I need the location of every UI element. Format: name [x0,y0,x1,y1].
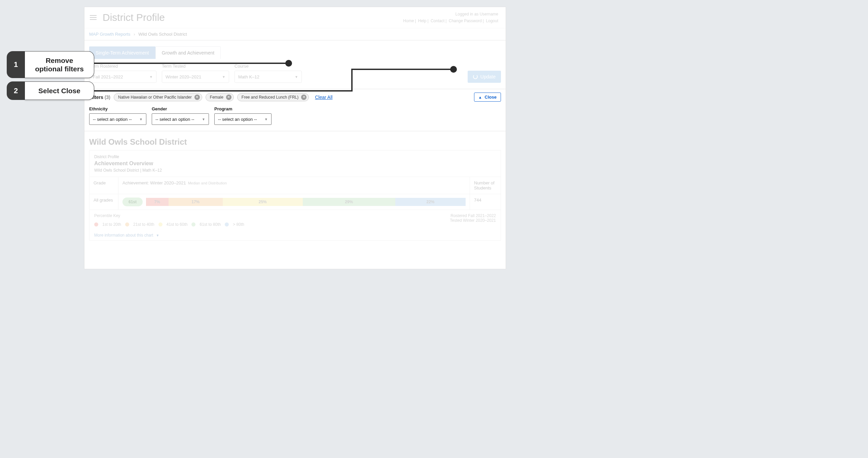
update-button[interactable]: Update [468,71,501,83]
callout-number: 2 [7,82,25,100]
ethnicity-placeholder: -- select an option -- [93,117,132,122]
content-area: Wild Owls School District District Profi… [85,131,506,241]
logout-link[interactable]: Logout [486,19,498,23]
chevron-down-icon: ▼ [295,75,298,79]
row-grade: All grades [90,194,118,210]
term-rostered-select[interactable]: Fall 2021–2022 ▼ [89,71,156,83]
key-label-2: 21st to 40th [133,222,154,227]
filters-count: (3) [105,95,110,100]
course-label: Course [235,64,302,69]
key-dot-1 [94,222,98,226]
col-median-label: Median and Distribution [188,181,227,185]
district-title: Wild Owls School District [85,131,506,150]
chevron-down-icon: ▼ [139,117,143,121]
program-select[interactable]: -- select an option -- ▼ [214,114,272,125]
chevron-right-icon: › [133,32,135,37]
chevron-down-icon: ▼ [265,117,268,121]
close-icon[interactable]: ✕ [301,95,307,100]
term-tested-select[interactable]: Winter 2020–2021 ▼ [162,71,229,83]
close-icon[interactable]: ✕ [194,95,200,100]
col-grade: Grade [90,177,118,194]
filter-chip-program[interactable]: Free and Reduced Lunch (FRL) ✕ [237,93,309,101]
close-button-label: Close [485,95,497,100]
course-select[interactable]: Math K–12 ▼ [235,71,302,83]
dist-seg-4: 29% [303,198,395,206]
contact-link[interactable]: Contact [431,19,444,23]
col-achievement: Achievement: Winter 2020–2021 [122,180,186,185]
filter-chip-gender[interactable]: Female ✕ [206,93,234,101]
breadcrumb-root[interactable]: MAP Growth Reports [89,32,130,37]
filters-panel: Filters (3) Native Hawaiian or Other Pac… [85,89,506,131]
key-label-4: 61st to 80th [199,222,221,227]
tab-single-term[interactable]: Single-Term Achievement [89,47,155,59]
change-password-link[interactable]: Change Password [449,19,482,23]
chevron-up-icon: ▲ [478,95,482,99]
login-as-label: Logged in as Username [403,12,498,17]
key-dot-5 [225,222,229,226]
key-label-1: 1st to 20th [102,222,121,227]
chevron-down-icon: ▼ [149,75,153,79]
percentile-pill: 61st [122,197,143,206]
callout-text: Remove optional filters [25,51,94,78]
update-button-label: Update [480,74,496,80]
callout-number: 1 [7,51,25,78]
callout-text: Select Close [25,82,94,100]
chevron-down-icon: ▼ [202,117,205,121]
term-tested-value: Winter 2020–2021 [165,74,201,80]
distribution-bar: 7% 17% 25% 29% 22% [146,198,466,206]
row-num-students: 744 [470,194,501,210]
col-num-students: Number of Students [470,177,501,194]
footer-rostered: Rostered Fall 2021–2022 [450,213,496,218]
tabs: Single-Term Achievement Growth and Achie… [85,40,506,59]
overview-title: Achievement Overview [94,160,496,166]
chevron-down-icon: ▼ [222,75,225,79]
key-label-3: 41st to 60th [166,222,188,227]
refresh-icon [473,74,478,79]
dist-seg-1: 7% [146,198,168,206]
overview-sub: Wild Owls School District | Math K–12 [94,168,496,173]
page-title: District Profile [103,12,165,23]
footer-tested: Tested Winter 2020–2021 [450,218,496,223]
app-header: District Profile Logged in as Username H… [85,7,506,28]
achievement-overview: District Profile Achievement Overview Wi… [89,150,501,241]
breadcrumb-current: Wild Owls School District [138,32,187,37]
gender-select[interactable]: -- select an option -- ▼ [152,114,209,125]
help-link[interactable]: Help [418,19,427,23]
callout-2: 2 Select Close [7,82,94,100]
close-filters-button[interactable]: ▲ Close [474,93,501,102]
course-value: Math K–12 [238,74,259,80]
menu-icon[interactable] [88,13,99,22]
app-window: District Profile Logged in as Username H… [84,7,506,269]
dist-seg-3: 25% [223,198,303,206]
ethnicity-label: Ethnicity [89,106,146,112]
clear-all-link[interactable]: Clear All [315,95,332,100]
program-label: Program [214,106,272,112]
filter-chip-ethnicity[interactable]: Native Hawaiian or Other Pacific Islande… [114,93,202,101]
term-selectors: Term Rostered Fall 2021–2022 ▼ Term Test… [85,59,506,89]
filter-chip-label: Female [210,95,223,100]
close-icon[interactable]: ✕ [226,95,231,100]
key-dot-4 [191,222,195,226]
more-info-toggle[interactable]: More information about this chart ▼ [90,230,501,240]
filter-chip-label: Free and Reduced Lunch (FRL) [242,95,299,100]
program-placeholder: -- select an option -- [218,117,257,122]
filter-chip-label: Native Hawaiian or Other Pacific Islande… [118,95,192,100]
dist-seg-5: 22% [395,198,466,206]
home-link[interactable]: Home [403,19,414,23]
term-rostered-value: Fall 2021–2022 [93,74,123,80]
callout-1: 1 Remove optional filters [7,51,94,78]
percentile-key-label: Percentile Key [94,213,244,218]
breadcrumb: MAP Growth Reports › Wild Owls School Di… [85,28,506,40]
term-tested-label: Term Tested [162,64,229,69]
gender-label: Gender [152,106,209,112]
key-dot-3 [158,222,162,226]
chevron-down-icon: ▼ [156,234,159,237]
tab-growth[interactable]: Growth and Achievement [155,47,221,59]
ethnicity-select[interactable]: -- select an option -- ▼ [89,114,146,125]
overview-small: District Profile [94,154,496,159]
key-label-5: > 80th [233,222,244,227]
gender-placeholder: -- select an option -- [155,117,194,122]
header-links: Home| Help| Contact| Change Password| Lo… [403,19,498,23]
term-rostered-label: Term Rostered [89,64,156,69]
dist-seg-2: 17% [168,198,223,206]
